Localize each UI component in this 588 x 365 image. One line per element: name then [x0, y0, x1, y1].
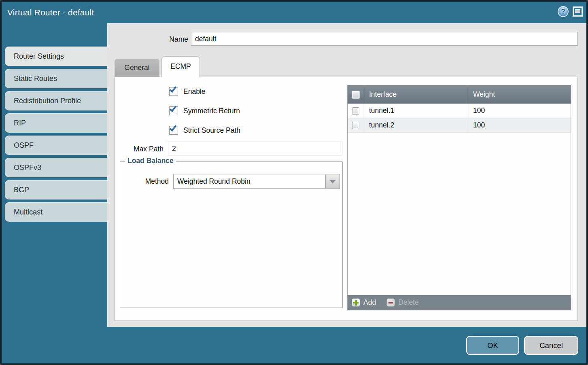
check-icon — [170, 85, 177, 93]
row-checkbox[interactable] — [352, 107, 359, 115]
strict-source-path-label: Strict Source Path — [183, 126, 240, 135]
max-path-input[interactable] — [168, 142, 342, 155]
strict-source-path-checkbox[interactable] — [169, 126, 178, 135]
interface-table: Interface Weight tunnel.1 100 tunnel.2 1… — [347, 85, 571, 310]
load-balance-legend: Load Balance — [125, 157, 176, 165]
sidebar-item-bgp[interactable]: BGP — [5, 180, 107, 199]
ecmp-panel: Enable Symmetric Return Strict Source Pa… — [115, 77, 578, 321]
method-dropdown[interactable]: Weighted Round Robin — [173, 174, 340, 189]
delete-button[interactable]: Delete — [386, 298, 419, 307]
help-icon[interactable]: ? — [558, 6, 569, 17]
cell-interface: tunnel.2 — [364, 118, 468, 132]
cell-weight: 100 — [468, 118, 571, 132]
sidebar: Router Settings Static Routes Redistribu… — [2, 23, 107, 363]
add-button-label: Add — [363, 298, 376, 307]
sidebar-item-rip[interactable]: RIP — [5, 113, 107, 133]
sidebar-item-router-settings[interactable]: Router Settings — [5, 47, 107, 66]
title-bar: Virtual Router - default ? — [2, 2, 586, 23]
enable-checkbox-row: Enable — [169, 86, 206, 97]
cell-interface: tunnel.1 — [364, 104, 468, 118]
dialog-title: Virtual Router - default — [7, 2, 94, 23]
tab-ecmp[interactable]: ECMP — [161, 56, 200, 77]
symmetric-return-checkbox-row: Symmetric Return — [169, 106, 240, 116]
max-path-label: Max Path — [115, 142, 163, 156]
column-header-weight: Weight — [468, 85, 571, 104]
add-button[interactable]: Add — [352, 298, 376, 307]
strict-source-path-checkbox-row: Strict Source Path — [169, 125, 240, 136]
table-footer-bar: Add Delete — [348, 295, 571, 310]
plus-icon — [352, 298, 360, 307]
table-empty-area — [348, 133, 571, 295]
enable-label: Enable — [183, 87, 206, 96]
enable-checkbox[interactable] — [169, 87, 178, 96]
row-checkbox[interactable] — [352, 122, 359, 129]
chevron-down-icon — [329, 180, 336, 183]
symmetric-return-label: Symmetric Return — [183, 107, 240, 115]
name-input[interactable] — [191, 32, 578, 46]
method-dropdown-value: Weighted Round Robin — [177, 174, 250, 188]
virtual-router-dialog: Virtual Router - default ? Router Settin… — [0, 0, 588, 365]
content-area: Name General ECMP Enable Symmetric Retur… — [107, 23, 586, 327]
method-dropdown-arrow-button[interactable] — [325, 174, 340, 188]
check-icon — [170, 104, 177, 112]
method-label: Method — [128, 174, 169, 189]
symmetric-return-checkbox[interactable] — [169, 106, 178, 115]
minus-icon — [386, 298, 395, 307]
window-restore-icon-inner — [575, 9, 580, 13]
sidebar-item-static-routes[interactable]: Static Routes — [5, 69, 107, 88]
ok-button[interactable]: OK — [466, 336, 519, 355]
help-icon-glyph: ? — [561, 8, 565, 16]
tab-general[interactable]: General — [115, 59, 159, 77]
table-header-row: Interface Weight — [348, 85, 571, 104]
window-restore-icon[interactable] — [573, 6, 583, 17]
column-header-interface: Interface — [364, 85, 468, 104]
cancel-button[interactable]: Cancel — [524, 336, 578, 355]
name-label: Name — [164, 32, 188, 47]
table-row[interactable]: tunnel.2 100 — [348, 118, 571, 133]
select-all-checkbox[interactable] — [352, 91, 360, 99]
sidebar-item-multicast[interactable]: Multicast — [5, 202, 107, 222]
cell-weight: 100 — [468, 104, 571, 118]
load-balance-fieldset: Load Balance Method Weighted Round Robin — [120, 161, 343, 308]
table-row[interactable]: tunnel.1 100 — [348, 104, 571, 118]
delete-button-label: Delete — [398, 298, 419, 307]
check-icon — [170, 124, 177, 132]
sidebar-item-ospfv3[interactable]: OSPFv3 — [5, 158, 107, 177]
bottom-bar: OK Cancel — [2, 327, 586, 363]
sidebar-item-ospf[interactable]: OSPF — [5, 136, 107, 155]
sidebar-item-redistribution-profile[interactable]: Redistribution Profile — [5, 91, 107, 110]
